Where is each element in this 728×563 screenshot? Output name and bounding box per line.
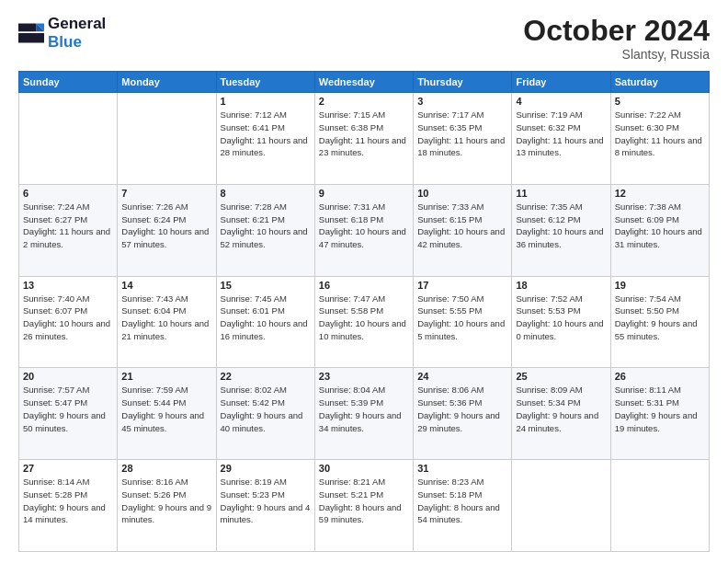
day-number: 20 — [23, 371, 113, 382]
day-cell: 15Sunrise: 7:45 AM Sunset: 6:01 PM Dayli… — [216, 276, 314, 368]
day-info: Sunrise: 7:22 AM Sunset: 6:30 PM Dayligh… — [615, 109, 705, 159]
logo-icon — [18, 20, 44, 46]
day-info: Sunrise: 7:31 AM Sunset: 6:18 PM Dayligh… — [319, 201, 409, 251]
day-info: Sunrise: 8:16 AM Sunset: 5:26 PM Dayligh… — [121, 476, 211, 526]
day-info: Sunrise: 7:35 AM Sunset: 6:12 PM Dayligh… — [516, 201, 606, 251]
logo-line2: Blue — [48, 33, 106, 52]
day-cell: 7Sunrise: 7:26 AM Sunset: 6:24 PM Daylig… — [118, 184, 216, 276]
day-cell: 18Sunrise: 7:52 AM Sunset: 5:53 PM Dayli… — [512, 276, 610, 368]
day-number: 10 — [417, 188, 507, 199]
day-info: Sunrise: 7:54 AM Sunset: 5:50 PM Dayligh… — [615, 293, 705, 343]
day-cell: 29Sunrise: 8:19 AM Sunset: 5:23 PM Dayli… — [216, 460, 314, 552]
day-info: Sunrise: 7:52 AM Sunset: 5:53 PM Dayligh… — [516, 293, 606, 343]
day-info: Sunrise: 7:57 AM Sunset: 5:47 PM Dayligh… — [23, 384, 113, 434]
day-info: Sunrise: 7:19 AM Sunset: 6:32 PM Dayligh… — [516, 109, 606, 159]
day-number: 19 — [615, 280, 705, 291]
day-info: Sunrise: 7:47 AM Sunset: 5:58 PM Dayligh… — [319, 293, 409, 343]
day-number: 25 — [516, 371, 606, 382]
day-cell: 26Sunrise: 8:11 AM Sunset: 5:31 PM Dayli… — [610, 368, 709, 460]
day-info: Sunrise: 8:04 AM Sunset: 5:39 PM Dayligh… — [319, 384, 409, 434]
day-number: 24 — [417, 371, 507, 382]
calendar-header-row: Sunday Monday Tuesday Wednesday Thursday… — [19, 72, 710, 93]
day-info: Sunrise: 7:24 AM Sunset: 6:27 PM Dayligh… — [23, 201, 113, 251]
day-number: 9 — [319, 188, 409, 199]
col-thursday: Thursday — [414, 72, 512, 93]
day-cell: 9Sunrise: 7:31 AM Sunset: 6:18 PM Daylig… — [314, 184, 413, 276]
day-cell: 25Sunrise: 8:09 AM Sunset: 5:34 PM Dayli… — [512, 368, 610, 460]
col-saturday: Saturday — [610, 72, 709, 93]
day-cell: 14Sunrise: 7:43 AM Sunset: 6:04 PM Dayli… — [118, 276, 216, 368]
day-cell: 13Sunrise: 7:40 AM Sunset: 6:07 PM Dayli… — [19, 276, 118, 368]
day-info: Sunrise: 7:12 AM Sunset: 6:41 PM Dayligh… — [221, 109, 311, 159]
day-number: 8 — [221, 188, 311, 199]
day-cell — [610, 460, 709, 552]
day-number: 12 — [615, 188, 705, 199]
calendar-table: Sunday Monday Tuesday Wednesday Thursday… — [18, 71, 710, 552]
day-cell: 1Sunrise: 7:12 AM Sunset: 6:41 PM Daylig… — [216, 93, 314, 185]
col-tuesday: Tuesday — [216, 72, 314, 93]
day-number: 14 — [121, 280, 211, 291]
day-number: 1 — [221, 96, 311, 107]
day-cell: 10Sunrise: 7:33 AM Sunset: 6:15 PM Dayli… — [414, 184, 512, 276]
day-number: 26 — [615, 371, 705, 382]
logo: General Blue — [18, 15, 106, 51]
day-number: 13 — [23, 280, 113, 291]
week-row-5: 27Sunrise: 8:14 AM Sunset: 5:28 PM Dayli… — [19, 460, 710, 552]
day-cell: 19Sunrise: 7:54 AM Sunset: 5:50 PM Dayli… — [610, 276, 709, 368]
day-number: 15 — [221, 280, 311, 291]
day-cell: 6Sunrise: 7:24 AM Sunset: 6:27 PM Daylig… — [19, 184, 118, 276]
day-cell — [19, 93, 118, 185]
col-friday: Friday — [512, 72, 610, 93]
day-cell: 31Sunrise: 8:23 AM Sunset: 5:18 PM Dayli… — [414, 460, 512, 552]
day-cell: 23Sunrise: 8:04 AM Sunset: 5:39 PM Dayli… — [314, 368, 413, 460]
day-cell: 4Sunrise: 7:19 AM Sunset: 6:32 PM Daylig… — [512, 93, 610, 185]
day-number: 18 — [516, 280, 606, 291]
day-cell: 17Sunrise: 7:50 AM Sunset: 5:55 PM Dayli… — [414, 276, 512, 368]
col-wednesday: Wednesday — [314, 72, 413, 93]
day-cell: 2Sunrise: 7:15 AM Sunset: 6:38 PM Daylig… — [314, 93, 413, 185]
day-number: 16 — [319, 280, 409, 291]
week-row-1: 1Sunrise: 7:12 AM Sunset: 6:41 PM Daylig… — [19, 93, 710, 185]
day-cell: 22Sunrise: 8:02 AM Sunset: 5:42 PM Dayli… — [216, 368, 314, 460]
day-cell: 12Sunrise: 7:38 AM Sunset: 6:09 PM Dayli… — [610, 184, 709, 276]
day-cell: 16Sunrise: 7:47 AM Sunset: 5:58 PM Dayli… — [314, 276, 413, 368]
day-number: 21 — [121, 371, 211, 382]
day-info: Sunrise: 7:38 AM Sunset: 6:09 PM Dayligh… — [615, 201, 705, 251]
day-info: Sunrise: 7:50 AM Sunset: 5:55 PM Dayligh… — [417, 293, 507, 343]
day-cell: 8Sunrise: 7:28 AM Sunset: 6:21 PM Daylig… — [216, 184, 314, 276]
logo-line1: General — [48, 15, 106, 33]
day-number: 4 — [516, 96, 606, 107]
day-info: Sunrise: 8:23 AM Sunset: 5:18 PM Dayligh… — [417, 476, 507, 526]
day-number: 7 — [121, 188, 211, 199]
day-number: 22 — [221, 371, 311, 382]
day-cell — [118, 93, 216, 185]
title-block: October 2024 Slantsy, Russia — [523, 15, 710, 62]
day-number: 11 — [516, 188, 606, 199]
col-sunday: Sunday — [19, 72, 118, 93]
day-number: 31 — [417, 463, 507, 474]
day-cell — [512, 460, 610, 552]
day-info: Sunrise: 8:06 AM Sunset: 5:36 PM Dayligh… — [417, 384, 507, 434]
page: General Blue October 2024 Slantsy, Russi… — [0, 0, 728, 563]
day-number: 3 — [417, 96, 507, 107]
day-info: Sunrise: 7:45 AM Sunset: 6:01 PM Dayligh… — [221, 293, 311, 343]
col-monday: Monday — [118, 72, 216, 93]
day-info: Sunrise: 7:33 AM Sunset: 6:15 PM Dayligh… — [417, 201, 507, 251]
day-cell: 27Sunrise: 8:14 AM Sunset: 5:28 PM Dayli… — [19, 460, 118, 552]
day-number: 28 — [121, 463, 211, 474]
month-title: October 2024 — [523, 15, 710, 47]
day-info: Sunrise: 7:43 AM Sunset: 6:04 PM Dayligh… — [121, 293, 211, 343]
day-info: Sunrise: 8:21 AM Sunset: 5:21 PM Dayligh… — [319, 476, 409, 526]
day-cell: 11Sunrise: 7:35 AM Sunset: 6:12 PM Dayli… — [512, 184, 610, 276]
day-cell: 3Sunrise: 7:17 AM Sunset: 6:35 PM Daylig… — [414, 93, 512, 185]
day-cell: 5Sunrise: 7:22 AM Sunset: 6:30 PM Daylig… — [610, 93, 709, 185]
day-cell: 28Sunrise: 8:16 AM Sunset: 5:26 PM Dayli… — [118, 460, 216, 552]
header: General Blue October 2024 Slantsy, Russi… — [18, 15, 710, 62]
day-info: Sunrise: 7:26 AM Sunset: 6:24 PM Dayligh… — [121, 201, 211, 251]
day-info: Sunrise: 7:28 AM Sunset: 6:21 PM Dayligh… — [221, 201, 311, 251]
day-info: Sunrise: 7:59 AM Sunset: 5:44 PM Dayligh… — [121, 384, 211, 434]
day-number: 2 — [319, 96, 409, 107]
day-info: Sunrise: 7:17 AM Sunset: 6:35 PM Dayligh… — [417, 109, 507, 159]
day-info: Sunrise: 8:09 AM Sunset: 5:34 PM Dayligh… — [516, 384, 606, 434]
day-number: 27 — [23, 463, 113, 474]
